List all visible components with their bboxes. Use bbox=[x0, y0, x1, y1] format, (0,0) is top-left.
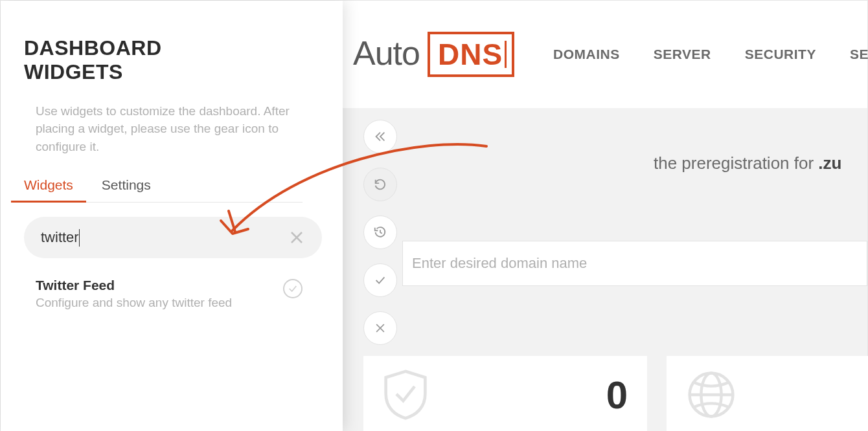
preregistration-banner: the preregistration for .zu bbox=[654, 153, 841, 173]
history-button[interactable] bbox=[363, 216, 397, 249]
tab-widgets[interactable]: Widgets bbox=[24, 177, 73, 202]
widget-search[interactable]: twitter bbox=[24, 217, 322, 258]
nav-server[interactable]: SERVER bbox=[654, 47, 711, 62]
sidebar-title-line2: WIDGETS bbox=[24, 60, 123, 83]
logo-right: DNS bbox=[428, 32, 514, 77]
check-icon bbox=[288, 283, 298, 294]
sidebar-description: Use widgets to customize the dashboard. … bbox=[24, 102, 296, 156]
sidebar-tabs: Widgets Settings bbox=[24, 177, 303, 203]
card-ssl-value: 0 bbox=[606, 373, 628, 417]
shield-icon bbox=[383, 368, 428, 421]
close-icon bbox=[374, 322, 387, 335]
sidebar-title-line1: DASHBOARD bbox=[24, 36, 162, 60]
nav-domains[interactable]: DOMAINS bbox=[553, 47, 620, 62]
dashboard-page: the preregistration for .zu Enter desire… bbox=[343, 108, 867, 431]
close-icon bbox=[289, 230, 304, 245]
widget-result-item[interactable]: Twitter Feed Configure and show any twit… bbox=[24, 278, 303, 310]
sidebar-title: DASHBOARD WIDGETS bbox=[24, 36, 319, 84]
search-text: twitter bbox=[41, 229, 79, 246]
action-column bbox=[363, 120, 397, 345]
confirm-button[interactable] bbox=[363, 263, 397, 297]
card-ssl[interactable]: 0 bbox=[363, 356, 647, 431]
domain-search-input[interactable]: Enter desired domain name bbox=[402, 241, 867, 286]
text-caret bbox=[79, 229, 80, 247]
brand-logo[interactable]: Auto DNS bbox=[353, 32, 514, 77]
tab-settings[interactable]: Settings bbox=[102, 177, 151, 202]
undo-button[interactable] bbox=[363, 168, 397, 201]
banner-tld: .zu bbox=[818, 153, 841, 173]
history-icon bbox=[373, 225, 387, 239]
widget-result-subtitle: Configure and show any twitter feed bbox=[36, 296, 232, 310]
card-domains[interactable] bbox=[667, 356, 868, 431]
widget-result-title: Twitter Feed bbox=[36, 278, 232, 293]
logo-left: Auto bbox=[353, 34, 420, 72]
main-content: Auto DNS DOMAINS SERVER SECURITY SE bbox=[343, 1, 867, 431]
nav-security[interactable]: SECURITY bbox=[745, 47, 816, 62]
check-icon bbox=[373, 273, 387, 287]
domain-input-placeholder: Enter desired domain name bbox=[412, 255, 587, 272]
globe-icon bbox=[686, 370, 737, 420]
app-root: DASHBOARD WIDGETS Use widgets to customi… bbox=[0, 0, 868, 431]
banner-prefix: the preregistration for bbox=[654, 153, 818, 173]
widget-result-text: Twitter Feed Configure and show any twit… bbox=[36, 278, 232, 310]
add-widget-toggle[interactable] bbox=[283, 279, 303, 298]
primary-nav: DOMAINS SERVER SECURITY SE bbox=[553, 47, 868, 62]
collapse-button[interactable] bbox=[363, 120, 397, 153]
dashboard-cards: 0 bbox=[363, 356, 867, 431]
cancel-button[interactable] bbox=[363, 311, 397, 345]
top-bar: Auto DNS DOMAINS SERVER SECURITY SE bbox=[343, 1, 867, 108]
clear-search-button[interactable] bbox=[288, 229, 305, 246]
chevrons-left-icon bbox=[373, 129, 387, 144]
nav-truncated[interactable]: SE bbox=[850, 47, 868, 62]
undo-icon bbox=[373, 177, 387, 192]
widgets-sidebar: DASHBOARD WIDGETS Use widgets to customi… bbox=[1, 1, 343, 431]
